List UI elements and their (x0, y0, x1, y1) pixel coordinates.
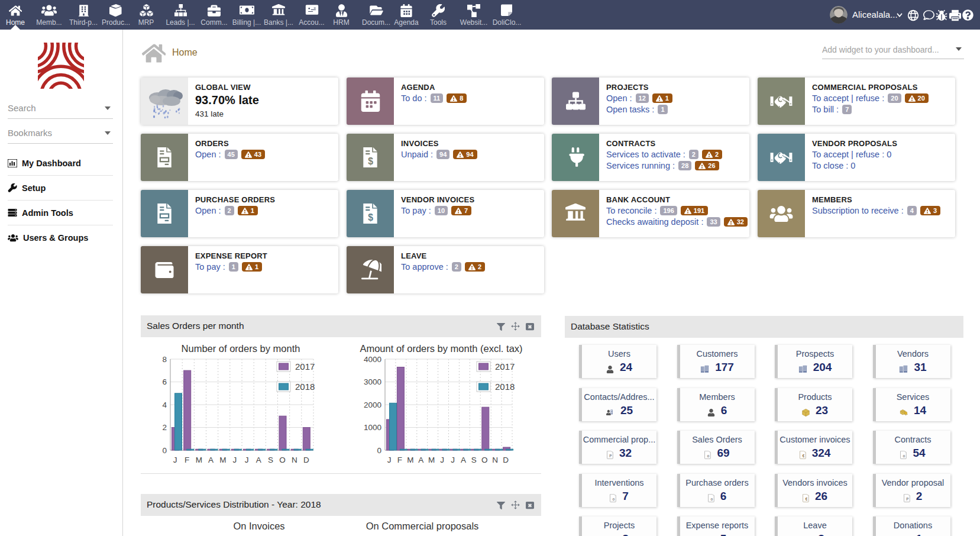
svg-text:A: A (208, 456, 214, 464)
svg-text:N: N (292, 456, 297, 464)
svg-text:J: J (173, 456, 177, 464)
svg-text:8: 8 (162, 355, 167, 364)
svg-text:S: S (268, 456, 273, 464)
svg-text:D: D (303, 456, 309, 464)
svg-text:3000: 3000 (364, 377, 381, 386)
svg-text:2018: 2018 (495, 382, 515, 392)
svg-text:2018: 2018 (295, 382, 315, 392)
svg-text:M: M (428, 456, 435, 464)
svg-text:€: € (806, 497, 808, 501)
svg-text:M: M (407, 456, 413, 464)
svg-text:A: A (461, 456, 466, 464)
svg-text:2017: 2017 (295, 361, 315, 372)
svg-text:4000: 4000 (364, 355, 381, 364)
svg-text:M: M (219, 456, 226, 464)
svg-text:o: o (613, 497, 615, 501)
svg-text:4: 4 (162, 401, 167, 409)
svg-text:2: 2 (162, 423, 167, 432)
svg-text:$: $ (368, 212, 373, 222)
svg-text:A: A (256, 456, 261, 464)
svg-text:J: J (233, 456, 237, 464)
svg-text:N: N (492, 456, 498, 464)
svg-text:J: J (440, 456, 444, 464)
svg-text:2017: 2017 (495, 361, 515, 372)
svg-text:J: J (451, 456, 455, 464)
svg-text:1000: 1000 (364, 423, 381, 432)
svg-text:o: o (710, 497, 713, 501)
svg-text:F: F (397, 456, 402, 464)
svg-text:O: O (481, 456, 488, 464)
svg-text:o: o (707, 454, 710, 458)
svg-text:S: S (471, 456, 477, 464)
svg-text:J: J (387, 456, 392, 464)
svg-text:P: P (906, 497, 908, 501)
svg-text:P: P (609, 454, 612, 458)
svg-text:0: 0 (377, 446, 381, 455)
svg-text:F: F (185, 456, 189, 464)
svg-text:€: € (802, 454, 804, 458)
svg-text:$: $ (368, 156, 373, 166)
svg-text:6: 6 (162, 377, 167, 386)
svg-text:O: O (279, 456, 286, 464)
svg-text:0: 0 (162, 446, 167, 455)
svg-text:A: A (418, 456, 423, 464)
svg-text:2000: 2000 (364, 401, 381, 409)
svg-text:D: D (503, 456, 509, 464)
svg-text:o: o (903, 454, 905, 458)
svg-text:M: M (196, 456, 202, 464)
svg-text:J: J (245, 456, 249, 464)
